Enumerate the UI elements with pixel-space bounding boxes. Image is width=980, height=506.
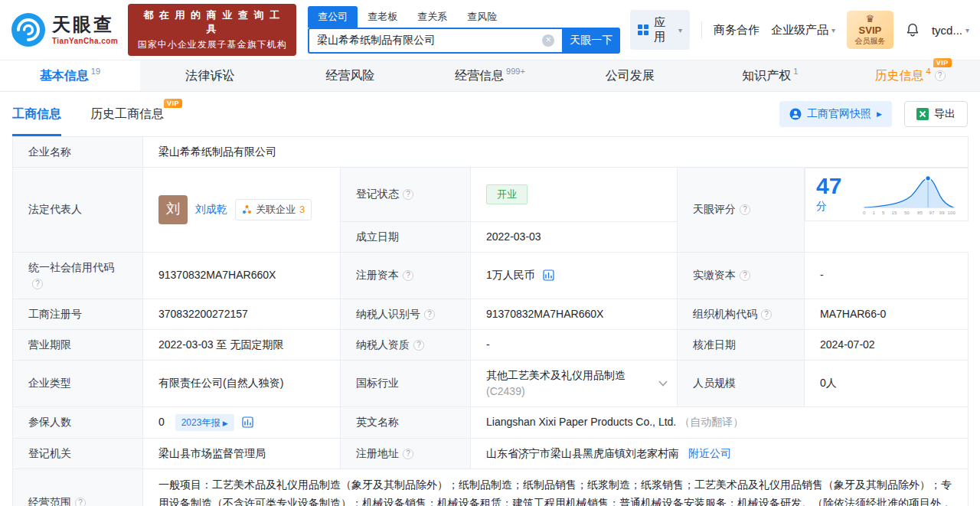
vip-tag: VIP xyxy=(933,58,952,67)
related-companies-badge[interactable]: 关联企业 3 xyxy=(235,199,312,220)
tab-operating-risk[interactable]: 经营风险 xyxy=(280,60,420,91)
tianyancha-logo[interactable]: 天眼查 TianYanCha.com xyxy=(11,12,118,47)
report-detail-icon[interactable] xyxy=(242,416,253,428)
tab-basic-info[interactable]: 基本信息19 xyxy=(0,60,140,91)
table-row: 企业名称 梁山希希纸制品有限公司 xyxy=(13,137,969,168)
info-icon[interactable]: ? xyxy=(424,309,435,320)
export-button[interactable]: 导出 xyxy=(904,101,968,127)
apps-menu-button[interactable]: 应用 ▾ xyxy=(630,10,690,50)
legal-rep-avatar[interactable]: 刘 xyxy=(158,195,188,224)
tianyancha-logo-icon xyxy=(11,12,46,47)
notification-bell-icon[interactable] xyxy=(905,22,920,38)
info-icon[interactable]: ? xyxy=(32,279,43,289)
insured-count-text: 0 xyxy=(158,416,165,428)
chevron-down-icon: ▾ xyxy=(965,26,969,34)
tab-label: 法律诉讼 xyxy=(185,68,234,84)
related-network-icon xyxy=(242,204,252,214)
info-icon[interactable]: ? xyxy=(935,70,946,81)
info-icon[interactable]: ? xyxy=(403,270,413,281)
excel-icon xyxy=(916,108,929,120)
label-text: 统一社会信用代码 xyxy=(28,261,114,273)
english-name-text: Liangshan Xixi Paper Products Co., Ltd. xyxy=(486,416,676,428)
tab-history-info[interactable]: 历史信息 4 ? VIP xyxy=(840,60,980,91)
info-icon[interactable]: ? xyxy=(740,270,750,281)
credit-code-value: 91370832MA7HAR660X xyxy=(143,252,341,299)
info-icon[interactable]: ? xyxy=(403,449,413,459)
nearby-companies-link[interactable]: 附近公司 xyxy=(688,447,731,459)
snapshot-label: 工商官网快照 xyxy=(807,107,871,121)
capital-detail-icon[interactable] xyxy=(543,269,554,281)
slogan-line2: 国家中小企业发展子基金旗下机构 xyxy=(137,38,287,51)
chevron-down-icon: ▾ xyxy=(831,26,835,34)
slogan-badge: 都 在 用 的 商 业 查 询 工 具 国家中小企业发展子基金旗下机构 xyxy=(128,4,296,56)
taxpayer-id-value: 91370832MA7HAR660X xyxy=(471,299,678,329)
table-row: 参保人数 0 2023年报 ▶ 英文名称 Liangshan Xixi Pape… xyxy=(13,406,969,438)
search-input[interactable] xyxy=(317,34,542,47)
table-row: 经营范围? 一般项目：工艺美术品及礼仪用品制造（象牙及其制品除外）；纸制品制造；… xyxy=(13,468,969,506)
tab-operating-info[interactable]: 经营信息999+ xyxy=(420,60,560,91)
address-text: 山东省济宁市梁山县黑虎庙镇刘老家村南 xyxy=(486,447,679,459)
org-code-value: MA7HAR66-0 xyxy=(805,299,969,329)
crown-icon: ♛ xyxy=(866,13,875,24)
legal-rep-name-link[interactable]: 刘成乾 xyxy=(195,201,227,217)
tianyan-score-cell: 47 分 0 1 5 15 50 85 97 99 1 xyxy=(805,168,969,221)
tab-label: 经营风险 xyxy=(325,68,374,84)
score-value: 47 xyxy=(816,173,841,198)
info-icon[interactable]: ? xyxy=(761,309,772,320)
annual-report-link[interactable]: 2023年报 ▶ xyxy=(175,414,234,431)
svg-text:50: 50 xyxy=(904,210,910,215)
info-icon[interactable]: ? xyxy=(75,498,86,506)
logo-text-cn: 天眼查 xyxy=(52,15,118,34)
business-term-value: 2022-03-03 至 无固定期限 xyxy=(143,329,341,360)
legal-rep-cell: 刘 刘成乾 关联企业 3 xyxy=(143,168,341,253)
subtab-business-registration[interactable]: 工商信息 xyxy=(12,92,61,136)
search-tab-relation[interactable]: 查关系 xyxy=(407,6,457,28)
official-snapshot-button[interactable]: 工商官网快照 ▶ xyxy=(779,101,892,127)
top-header: 天眼查 TianYanCha.com 都 在 用 的 商 业 查 询 工 具 国… xyxy=(0,0,980,60)
tab-count: 19 xyxy=(91,67,100,76)
search-tab-company[interactable]: 查公司 xyxy=(308,6,358,28)
label-text: 实缴资本 xyxy=(693,269,736,281)
search-tab-boss[interactable]: 查老板 xyxy=(358,6,407,28)
snapshot-person-icon xyxy=(789,108,802,120)
tab-legal-proceedings[interactable]: 法律诉讼 xyxy=(140,60,280,91)
english-name-value: Liangshan Xixi Paper Products Co., Ltd. … xyxy=(471,406,969,438)
field-label-establish-date: 成立日期 xyxy=(341,221,471,252)
info-icon[interactable]: ? xyxy=(413,340,424,351)
paid-capital-value: - xyxy=(805,252,969,299)
reg-number-value: 370832200272157 xyxy=(143,299,341,329)
chevron-down-icon[interactable] xyxy=(658,380,668,387)
search-tab-risk[interactable]: 查风险 xyxy=(457,6,507,28)
field-label-credit-code: 统一社会信用代码? xyxy=(13,252,143,299)
info-icon[interactable]: ? xyxy=(740,204,750,215)
username: tycd... xyxy=(932,24,962,37)
tab-count: 1 xyxy=(793,67,798,76)
field-label-address: 注册地址? xyxy=(341,438,471,468)
slogan-line1: 都 在 用 的 商 业 查 询 工 具 xyxy=(137,8,287,36)
business-scope-value: 一般项目：工艺美术品及礼仪用品制造（象牙及其制品除外）；纸制品制造；纸制品销售；… xyxy=(143,468,969,506)
score-distribution-chart: 0 1 5 15 50 85 97 99 100 xyxy=(861,171,956,217)
menu-item-cooperation[interactable]: 商务合作 xyxy=(714,23,760,38)
label-text: 注册地址 xyxy=(356,447,399,459)
field-label-paid-capital: 实缴资本? xyxy=(678,252,805,299)
tab-count: 4 xyxy=(926,67,931,76)
svip-member-badge[interactable]: ♛ SVIP 会员服务 xyxy=(847,11,893,48)
industry-value: 其他工艺美术及礼仪用品制造(C2439) xyxy=(471,360,678,406)
table-row: 统一社会信用代码? 91370832MA7HAR660X 注册资本? 1万人民币… xyxy=(13,252,969,299)
label-text: 经营范围 xyxy=(28,496,71,506)
search-button[interactable]: 天眼一下 xyxy=(562,28,620,54)
field-label-industry: 国标行业 xyxy=(341,360,471,406)
table-row: 工商注册号 370832200272157 纳税人识别号? 91370832MA… xyxy=(13,299,969,329)
staff-size-value: 0人 xyxy=(805,360,969,406)
menu-item-enterprise[interactable]: 企业级产品 ▾ xyxy=(771,23,835,38)
field-label-staff-size: 人员规模 xyxy=(678,360,805,406)
approval-date-value: 2024-07-02 xyxy=(805,329,969,360)
info-icon[interactable]: ? xyxy=(403,189,413,200)
clear-search-icon[interactable]: × xyxy=(542,34,554,47)
user-account-menu[interactable]: tycd... ▾ xyxy=(932,24,969,37)
subtab-history-registration[interactable]: 历史工商信息 VIP xyxy=(90,92,164,136)
export-label: 导出 xyxy=(934,107,956,121)
table-row: 法定代表人 刘 刘成乾 关联企业 3 xyxy=(13,168,969,222)
tab-intellectual-property[interactable]: 知识产权1 xyxy=(700,60,840,91)
tab-company-development[interactable]: 公司发展 xyxy=(560,60,700,91)
